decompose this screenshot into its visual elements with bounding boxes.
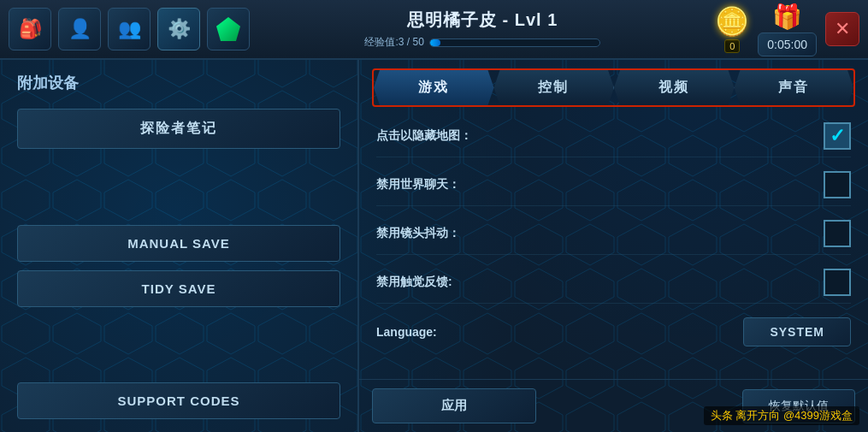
gem-button[interactable] bbox=[207, 8, 250, 50]
hide-map-checkbox[interactable]: ✓ bbox=[824, 122, 851, 150]
watermark: 头条 离开方向 @4399游戏盒 bbox=[704, 406, 859, 425]
gold-currency[interactable]: 🪙 0 bbox=[715, 5, 749, 53]
setting-disable-camera: 禁用镜头抖动： bbox=[376, 213, 851, 255]
language-system-button[interactable]: SYSTEM bbox=[743, 317, 851, 346]
backpack-icon: 🎒 bbox=[19, 18, 42, 40]
close-icon: ✕ bbox=[835, 18, 850, 40]
apply-button[interactable]: 应用 bbox=[372, 388, 536, 423]
tab-control[interactable]: 控制 bbox=[494, 70, 615, 105]
tidy-save-button[interactable]: TIDY SAVE bbox=[17, 270, 340, 307]
top-bar: 🎒 👤 👥 ⚙️ 思明橘子皮 - Lvl 1 经验值:3 / 50 🪙 0 bbox=[0, 0, 868, 60]
exp-fill bbox=[430, 39, 440, 46]
language-label: Language: bbox=[376, 325, 437, 339]
gift-currency[interactable]: 🎁 0:05:00 bbox=[758, 3, 817, 56]
exp-bar bbox=[429, 38, 600, 47]
gear-button[interactable]: ⚙️ bbox=[157, 8, 200, 50]
person-button[interactable]: 👤 bbox=[58, 8, 101, 50]
settings-content: 点击以隐藏地图： ✓ 禁用世界聊天： 禁用镜头抖动： 禁用触觉反馈: Langu… bbox=[359, 107, 868, 379]
disable-camera-checkbox[interactable] bbox=[824, 220, 851, 247]
disable-chat-checkbox[interactable] bbox=[824, 171, 851, 198]
disable-camera-label: 禁用镜头抖动： bbox=[376, 226, 460, 241]
disable-chat-label: 禁用世界聊天： bbox=[376, 177, 460, 192]
gift-icon: 🎁 bbox=[772, 3, 802, 31]
tab-game[interactable]: 游戏 bbox=[374, 70, 494, 105]
gear-icon: ⚙️ bbox=[168, 18, 191, 40]
exp-label: 经验值:3 / 50 bbox=[364, 35, 423, 50]
main-content: 附加设备 探险者笔记 MANUAL SAVE TIDY SAVE SUPPORT… bbox=[0, 60, 868, 432]
disable-haptic-checkbox[interactable] bbox=[824, 269, 851, 296]
gold-count: 0 bbox=[724, 39, 740, 53]
close-button[interactable]: ✕ bbox=[825, 12, 859, 46]
tab-video[interactable]: 视频 bbox=[614, 70, 735, 105]
person-icon: 👤 bbox=[68, 18, 92, 40]
tabs-container: 游戏 控制 视频 声音 bbox=[372, 68, 855, 107]
tab-audio[interactable]: 声音 bbox=[735, 70, 854, 105]
gold-icon: 🪙 bbox=[715, 5, 749, 38]
checkmark-icon: ✓ bbox=[830, 125, 845, 147]
title-section: 思明橘子皮 - Lvl 1 经验值:3 / 50 bbox=[250, 9, 715, 50]
language-row: Language: SYSTEM bbox=[376, 311, 851, 353]
left-panel-title: 附加设备 bbox=[17, 73, 340, 93]
exp-bar-container: 经验值:3 / 50 bbox=[364, 35, 599, 50]
setting-disable-haptic: 禁用触觉反馈: bbox=[376, 262, 851, 304]
top-right-icons: 🪙 0 🎁 0:05:00 ✕ bbox=[715, 3, 859, 56]
manual-save-button[interactable]: MANUAL SAVE bbox=[17, 225, 340, 262]
disable-haptic-label: 禁用触觉反馈: bbox=[376, 275, 452, 290]
game-title: 思明橘子皮 - Lvl 1 bbox=[407, 9, 558, 32]
left-panel: 附加设备 探险者笔记 MANUAL SAVE TIDY SAVE SUPPORT… bbox=[0, 60, 359, 432]
gem-icon bbox=[216, 17, 240, 41]
hide-map-label: 点击以隐藏地图： bbox=[376, 128, 472, 144]
group-icon: 👥 bbox=[118, 18, 141, 40]
timer-badge: 0:05:00 bbox=[758, 33, 817, 56]
explorer-notes-button[interactable]: 探险者笔记 bbox=[17, 109, 340, 149]
support-codes-button[interactable]: SUPPORT CODES bbox=[17, 382, 340, 419]
setting-disable-chat: 禁用世界聊天： bbox=[376, 164, 851, 206]
setting-hide-map: 点击以隐藏地图： ✓ bbox=[376, 115, 851, 157]
backpack-button[interactable]: 🎒 bbox=[9, 8, 51, 50]
group-button[interactable]: 👥 bbox=[108, 8, 151, 50]
right-panel: 游戏 控制 视频 声音 点击以隐藏地图： ✓ 禁用世界聊天： 禁用镜头抖动： bbox=[359, 60, 868, 432]
top-icons: 🎒 👤 👥 ⚙️ bbox=[9, 8, 250, 50]
